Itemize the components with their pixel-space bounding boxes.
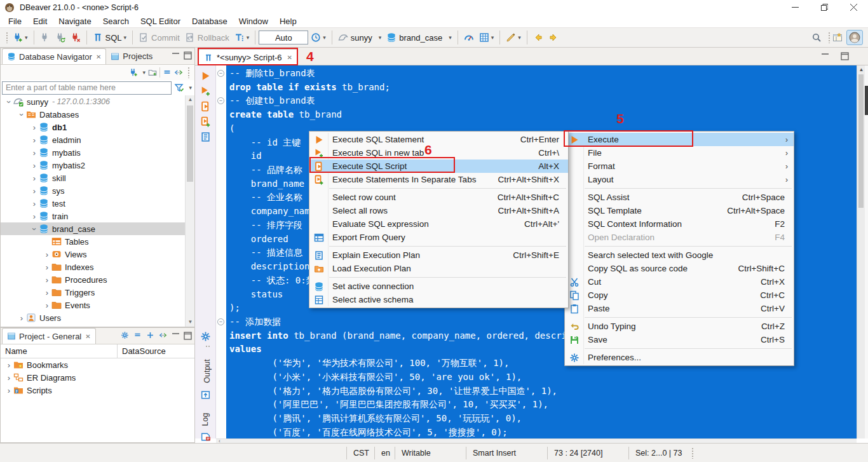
menu-item-execute-sql-statement[interactable]: Execute SQL StatementCtrl+Enter [309, 133, 568, 146]
close-tab-icon[interactable]: ✕ [85, 333, 90, 340]
minimize-editor-icon[interactable] [821, 52, 829, 60]
maximize-panel-icon[interactable] [184, 332, 192, 340]
scroll-down-icon[interactable]: ▼ [186, 318, 195, 327]
execute-new-tab-icon[interactable] [200, 86, 211, 97]
menu-item-format[interactable]: Format› [565, 160, 794, 173]
transaction-log-button[interactable]: ▾ [308, 30, 329, 45]
rollback-button[interactable]: Rollback [182, 30, 232, 45]
menu-item-layout[interactable]: Layout› [565, 173, 794, 186]
tree-item-skill[interactable]: ›skill [1, 172, 194, 184]
menu-item-search-selected-text-with-google[interactable]: Search selected text with Google [565, 248, 794, 262]
menu-item-paste[interactable]: PasteCtrl+V [565, 302, 794, 315]
output-tab[interactable]: Output [195, 353, 216, 388]
new-folder-icon[interactable] [148, 68, 157, 77]
menu-edit[interactable]: Edit [27, 15, 53, 27]
tree-expander-icon[interactable]: › [17, 110, 27, 119]
project-item-scripts[interactable]: ›Scripts [1, 384, 194, 397]
menu-item-preferences[interactable]: Preferences... [565, 351, 794, 364]
project-item-er-diagrams[interactable]: ›ER Diagrams [1, 371, 194, 384]
menu-item-export-from-query[interactable]: Export From Query [309, 231, 568, 244]
tree-item-brand-case[interactable]: ›brand_case [1, 222, 194, 235]
commit-button[interactable]: Commit [136, 30, 182, 45]
tree-item-tables[interactable]: Tables [1, 235, 194, 248]
tree-item-mybatis[interactable]: ›mybatis [1, 146, 194, 159]
execute-script-icon[interactable] [200, 101, 211, 112]
tree-item-db1[interactable]: ›db1 [1, 121, 194, 133]
menu-item-explain-execution-plan[interactable]: Explain Execution PlanCtrl+Shift+E [309, 248, 568, 262]
fold-collapse-icon[interactable]: − [217, 318, 224, 325]
user-profile-button[interactable] [846, 30, 863, 45]
active-schema-combo[interactable]: brand_case▾ [384, 30, 454, 45]
minimize-button[interactable] [780, 0, 810, 15]
collapse-all-icon[interactable] [163, 68, 172, 77]
output-icon[interactable] [200, 390, 211, 400]
menu-item-execute-statements-in-separate-tabs[interactable]: Execute Statements In Separate TabsCtrl+… [309, 173, 568, 186]
fold-collapse-icon[interactable]: − [217, 97, 224, 104]
close-tab-icon[interactable]: ✕ [96, 53, 101, 60]
menu-file[interactable]: File [3, 15, 27, 27]
tree-expander-icon[interactable]: › [43, 288, 51, 297]
tree-expander-icon[interactable]: › [30, 199, 39, 208]
tree-expander-icon[interactable]: › [30, 224, 39, 233]
compare-button[interactable]: ▾ [477, 30, 497, 45]
menu-item-sql-template[interactable]: SQL TemplateCtrl+Alt+Space [565, 204, 794, 217]
maximize-editor-icon[interactable] [841, 52, 849, 60]
tree-expander-icon[interactable]: › [30, 161, 39, 170]
menu-item-cut[interactable]: CutCtrl+X [565, 275, 794, 289]
sql-editor-button[interactable]: SQL▾ [90, 30, 130, 45]
tab-database-navigator[interactable]: Database Navigator ✕ [2, 48, 106, 64]
tree-item-triggers[interactable]: ›Triggers [1, 286, 194, 299]
menu-window[interactable]: Window [233, 15, 274, 27]
close-tab-icon[interactable]: ✕ [287, 54, 292, 61]
tree-item-sys[interactable]: ›sys [1, 184, 194, 197]
link-with-editor-icon[interactable] [174, 68, 183, 77]
tree-expander-icon[interactable]: › [30, 135, 39, 145]
tree-expander-icon[interactable]: › [30, 186, 39, 196]
menu-item-load-execution-plan[interactable]: Load Execution Plan [309, 262, 568, 275]
active-connection-combo[interactable]: sunyy▾ [336, 30, 384, 45]
tab-project-general[interactable]: Project - General ✕ [2, 328, 96, 344]
tree-expander-icon[interactable]: › [43, 275, 51, 285]
tree-expander-icon[interactable]: › [30, 212, 39, 221]
log-icon[interactable] [200, 431, 211, 442]
editor-horizontal-scrollbar[interactable]: ‹ [216, 438, 857, 443]
menu-item-sql-context-information[interactable]: SQL Context InformationF2 [565, 217, 794, 231]
tree-item-eladmin[interactable]: ›eladmin [1, 133, 194, 146]
menu-item-execute-sql-script[interactable]: Execute SQL ScriptAlt+X [309, 160, 568, 173]
perspective-icon[interactable] [832, 32, 843, 43]
scrollbar-thumb[interactable] [187, 105, 193, 182]
menu-item-set-active-connection[interactable]: Set active connection [309, 280, 568, 293]
menu-item-save[interactable]: SaveCtrl+S [565, 333, 794, 346]
tree-expander-icon[interactable]: › [43, 262, 51, 272]
minimize-panel-icon[interactable] [172, 332, 180, 340]
tree-item-events[interactable]: ›Events [1, 299, 194, 311]
project-item-bookmarks[interactable]: ›Bookmarks [1, 358, 194, 371]
tree-expander-icon[interactable]: › [30, 148, 39, 158]
column-datasource[interactable]: DataSource [118, 346, 166, 356]
menu-sql-editor[interactable]: SQL Editor [135, 15, 186, 27]
tree-expander-icon[interactable]: › [17, 313, 26, 323]
tab-projects[interactable]: Projects [106, 48, 157, 64]
execute-statement-icon[interactable] [200, 71, 211, 81]
tree-expander-icon[interactable]: › [4, 386, 13, 395]
editor-settings-icon[interactable] [200, 331, 211, 342]
expand-all-icon[interactable] [146, 331, 155, 340]
scrollbar-thumb[interactable] [858, 74, 864, 208]
collapse-all-icon[interactable] [133, 331, 142, 340]
tab-script-6[interactable]: *<sunyy> Script-6 ✕ [198, 49, 298, 65]
tree-expander-icon[interactable]: › [4, 97, 14, 106]
menu-item-sql-assist[interactable]: SQL AssistCtrl+Space [565, 191, 794, 204]
menu-item-select-all-rows[interactable]: Select all rowsCtrl+Alt+Shift+A [309, 204, 568, 217]
maximize-panel-icon[interactable] [184, 51, 192, 60]
fold-collapse-icon[interactable]: − [217, 70, 224, 77]
tree-item-databases[interactable]: ›Databases [1, 108, 194, 121]
tree-expander-icon[interactable]: › [4, 373, 13, 383]
tree-item-train[interactable]: ›train [1, 210, 194, 222]
menu-item-file[interactable]: File› [565, 146, 794, 160]
explain-plan-icon[interactable] [200, 132, 211, 142]
tree-item-sunyy[interactable]: ›sunyy - 127.0.0.1:3306 [1, 95, 194, 108]
new-connection-icon[interactable] [129, 68, 138, 77]
link-with-editor-icon[interactable] [159, 331, 168, 340]
new-connection-button[interactable]: ▾ [10, 30, 31, 45]
minimize-panel-icon[interactable] [172, 51, 180, 60]
